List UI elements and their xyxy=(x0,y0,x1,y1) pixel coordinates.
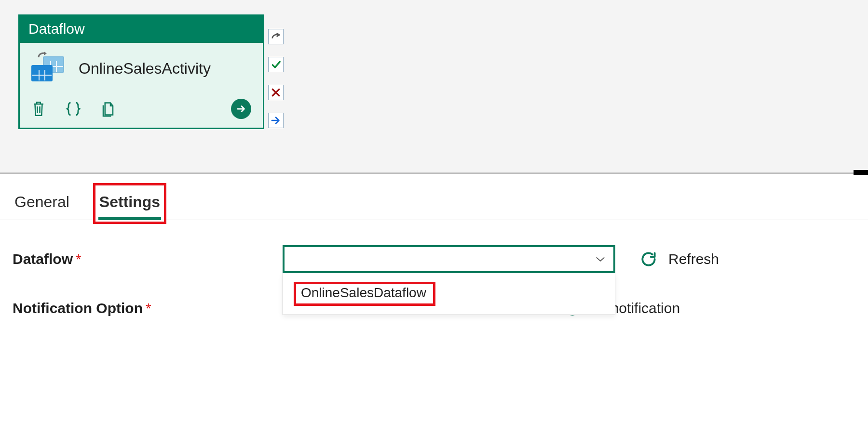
dataflow-option-onlinesalesdataflow[interactable]: OnlineSalesDataflow xyxy=(283,273,615,315)
pipeline-canvas[interactable]: Dataflow OnlineSalesActivity xyxy=(0,0,868,172)
properties-tabs: General Settings xyxy=(0,174,868,220)
activity-node-dataflow[interactable]: Dataflow OnlineSalesActivity xyxy=(18,14,264,129)
activity-name: OnlineSalesActivity xyxy=(79,60,211,78)
panel-divider[interactable] xyxy=(0,172,868,174)
dataflow-select[interactable] xyxy=(283,245,615,273)
tab-general[interactable]: General xyxy=(13,187,71,220)
dataflow-dropdown: OnlineSalesDataflow xyxy=(283,273,615,315)
activity-body: OnlineSalesActivity xyxy=(20,43,263,128)
tab-settings[interactable]: Settings xyxy=(97,187,162,220)
chevron-down-icon xyxy=(595,256,606,263)
activity-type-label: Dataflow xyxy=(20,16,263,43)
dataflow-icon xyxy=(31,53,65,83)
refresh-button[interactable] xyxy=(639,250,658,268)
panel-resize-handle[interactable] xyxy=(854,170,868,175)
proceed-button[interactable] xyxy=(231,99,251,119)
braces-button[interactable] xyxy=(65,101,81,117)
settings-form: Dataflow* OnlineSalesDataflow Ref xyxy=(0,220,868,316)
label-dataflow: Dataflow* xyxy=(13,251,283,267)
failure-connector[interactable] xyxy=(268,85,284,100)
redo-connector[interactable] xyxy=(268,29,284,44)
copy-button[interactable] xyxy=(101,100,115,118)
row-dataflow: Dataflow* OnlineSalesDataflow Ref xyxy=(13,245,852,273)
dataflow-select-wrap: OnlineSalesDataflow xyxy=(283,245,615,273)
refresh-label: Refresh xyxy=(668,251,719,267)
skip-connector[interactable] xyxy=(268,113,284,128)
success-connector[interactable] xyxy=(268,57,284,72)
delete-button[interactable] xyxy=(31,100,46,118)
label-notification: Notification Option* xyxy=(13,300,283,316)
activity-side-actions xyxy=(268,29,284,128)
refresh-group: Refresh xyxy=(639,250,719,268)
